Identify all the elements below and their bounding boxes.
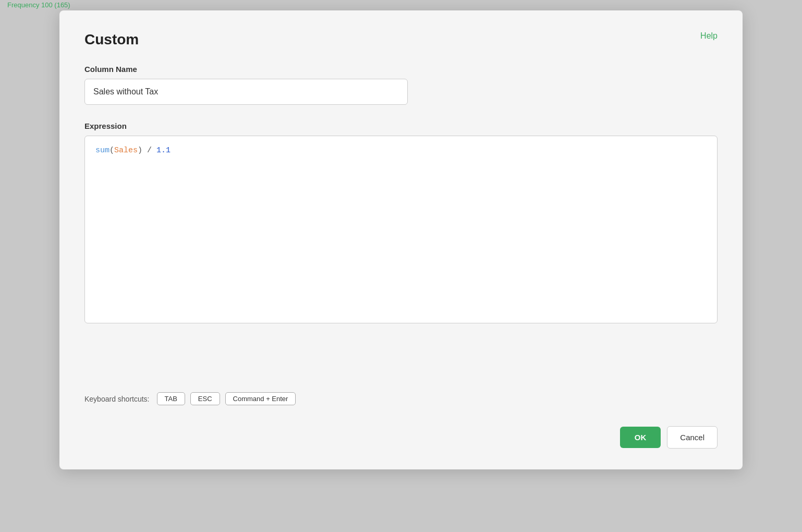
- help-link[interactable]: Help: [700, 31, 718, 41]
- expr-func: sum: [95, 146, 110, 155]
- expr-number: 1.1: [156, 146, 171, 155]
- expr-field: Sales: [114, 146, 138, 155]
- ok-button[interactable]: OK: [620, 427, 661, 448]
- shortcut-key-tab: TAB: [157, 392, 185, 405]
- cancel-button[interactable]: Cancel: [667, 426, 718, 449]
- expr-open-paren: (: [110, 146, 114, 155]
- modal-header: Custom Help: [84, 31, 718, 48]
- expr-close-paren: ): [138, 146, 142, 155]
- expression-section: Expression sum(Sales) / 1.1: [84, 122, 718, 392]
- expr-operator: /: [142, 146, 156, 155]
- column-name-input[interactable]: [84, 79, 408, 105]
- shortcut-key-command-enter: Command + Enter: [225, 392, 296, 405]
- column-name-label: Column Name: [84, 65, 718, 74]
- expression-label: Expression: [84, 122, 718, 130]
- modal-footer: OK Cancel: [84, 426, 718, 449]
- modal-overlay: Custom Help Column Name Expression sum(S…: [0, 0, 802, 532]
- shortcuts-label: Keyboard shortcuts:: [84, 395, 150, 403]
- shortcut-key-esc: ESC: [190, 392, 220, 405]
- keyboard-shortcuts: Keyboard shortcuts: TAB ESC Command + En…: [84, 392, 718, 405]
- modal-title: Custom: [84, 31, 139, 48]
- expression-editor[interactable]: sum(Sales) / 1.1: [84, 136, 718, 323]
- modal-dialog: Custom Help Column Name Expression sum(S…: [59, 10, 743, 469]
